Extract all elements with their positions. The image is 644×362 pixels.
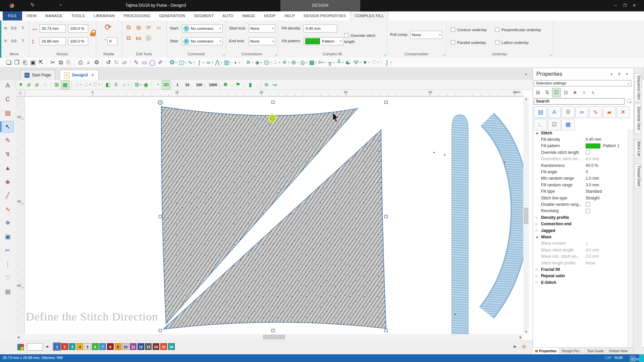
panel-close-icon[interactable]: ✕ bbox=[626, 72, 629, 76]
ellipse-icon[interactable]: ◯ bbox=[148, 58, 156, 67]
needle-chip-12[interactable]: 12 bbox=[138, 343, 144, 350]
speckle-fill-icon[interactable]: ∴ bbox=[271, 58, 279, 67]
screen-tool[interactable]: ▣ bbox=[2, 231, 14, 242]
property-row[interactable]: Overridden stitch len...4.0 mm bbox=[533, 156, 628, 162]
design-canvas[interactable]: -40-50-60 Define the Stitch Direction bbox=[16, 97, 523, 334]
property-row[interactable]: ▷Repeat satin bbox=[533, 273, 628, 279]
sort-az-icon[interactable]: ⇅ bbox=[543, 88, 551, 97]
expand-icon[interactable]: ▷ bbox=[533, 229, 541, 232]
knife-tool[interactable]: ╱ bbox=[2, 190, 14, 201]
maximize-button[interactable]: ❐ bbox=[621, 3, 629, 8]
connection-tab[interactable]: ∞ bbox=[575, 106, 588, 118]
ghost-mode-icon[interactable]: ○ bbox=[41, 80, 49, 89]
shape-tool[interactable]: ❖ bbox=[2, 217, 14, 229]
needle-chip-6[interactable]: 6 bbox=[92, 343, 99, 350]
advance-1-button[interactable]: 1 bbox=[176, 83, 178, 87]
angle-field[interactable]: 0 bbox=[107, 37, 117, 45]
favorites-icon[interactable]: ★ bbox=[571, 88, 579, 97]
open-icon[interactable]: ❐ bbox=[13, 58, 21, 67]
screen-grid-icon[interactable]: ▦ bbox=[61, 80, 69, 89]
property-row[interactable]: Fill random range3.0 mm bbox=[533, 182, 628, 188]
property-row[interactable]: Stitch line typeStraight bbox=[533, 195, 628, 201]
path-tab[interactable]: ∟ bbox=[534, 119, 547, 130]
export-icon[interactable]: ⇱ bbox=[37, 58, 45, 67]
rotate-copy-icon[interactable]: ⟳ bbox=[145, 23, 153, 32]
curve-tool[interactable]: ∿ bbox=[2, 203, 14, 215]
needle-chip-16[interactable]: 16 bbox=[168, 343, 175, 350]
y-spinner[interactable]: ⇅ bbox=[21, 39, 24, 42]
x-value[interactable]: 0.0 bbox=[11, 26, 16, 30]
fill-select-icon[interactable]: ◧ bbox=[104, 80, 112, 89]
fill-settings-tab[interactable]: ▤ bbox=[534, 106, 547, 118]
pull-comp-dropdown[interactable]: None ▾ bbox=[410, 31, 442, 39]
needle-chip-2[interactable]: 2 bbox=[61, 343, 68, 350]
property-row[interactable]: Min random range1.0 mm bbox=[533, 175, 628, 182]
motif-heart-icon[interactable]: ♡ bbox=[370, 58, 378, 67]
advanced-icon[interactable]: ϟ bbox=[589, 88, 597, 97]
spike-wave-icon[interactable]: ⋀ bbox=[213, 58, 221, 67]
filter-icon[interactable]: ▼ bbox=[17, 80, 25, 89]
needle-chip-13[interactable]: 13 bbox=[145, 343, 152, 350]
lattice-icon[interactable]: ◈ bbox=[253, 58, 261, 67]
select-tool[interactable]: ↖ bbox=[2, 121, 14, 132]
property-row[interactable]: ▷Jagged bbox=[533, 227, 628, 234]
property-row[interactable]: Fill angle0 bbox=[533, 169, 628, 175]
needle-chip-4[interactable]: 4 bbox=[76, 343, 83, 350]
property-row[interactable]: Fill patternPattern 1 bbox=[533, 143, 628, 149]
height-field[interactable]: 26.88 mm bbox=[40, 37, 66, 45]
height-percent-field[interactable]: 100.0 % bbox=[68, 37, 88, 45]
minimize-button[interactable]: ─ bbox=[612, 3, 619, 8]
stitch-eye-icon[interactable]: ◉ bbox=[142, 80, 150, 89]
side-tab-thread-chart[interactable]: Thread Chart bbox=[634, 164, 641, 188]
advance-1000-button[interactable]: 1000 bbox=[209, 83, 217, 87]
scroll-right-icon[interactable]: ▶ bbox=[520, 336, 522, 339]
advance-10-button[interactable]: 10 bbox=[185, 83, 189, 87]
property-row[interactable]: ▷Connection end bbox=[533, 221, 628, 227]
column-stitch-icon[interactable]: ◫ bbox=[177, 58, 185, 67]
side-tab-elements-view[interactable]: Elements View bbox=[634, 103, 641, 134]
tab-librarian[interactable]: LIBRARIAN bbox=[89, 11, 119, 20]
scroll-left-icon[interactable]: ◀ bbox=[17, 336, 19, 339]
starburst-icon[interactable]: ✳ bbox=[280, 58, 288, 67]
echo-heart-icon[interactable]: ♥ bbox=[361, 58, 369, 67]
panel-tab-tool-guide[interactable]: Tool Guide bbox=[585, 348, 606, 354]
fill-pattern-dropdown[interactable]: Pattern ▾ bbox=[304, 37, 343, 45]
close-button[interactable]: ✕ bbox=[631, 3, 638, 8]
print-preview-icon[interactable]: ⌕ bbox=[85, 58, 93, 67]
property-row[interactable]: Stitch length profileNone bbox=[533, 260, 628, 266]
needle-chip-9[interactable]: 9 bbox=[115, 343, 121, 350]
tab-complex-fill[interactable]: COMPLEX FILL bbox=[350, 11, 388, 20]
node-edit-tool[interactable]: ✎ bbox=[2, 135, 14, 146]
search-input[interactable]: Search bbox=[534, 98, 625, 105]
process-settings-icon[interactable]: ⚙ bbox=[93, 58, 101, 67]
needle-chip-1[interactable]: 1 bbox=[54, 343, 60, 350]
add-copy-icon[interactable]: ⊞ bbox=[135, 23, 143, 32]
stitch-group-icon[interactable]: ≋ bbox=[262, 80, 270, 89]
grouped-view-icon[interactable]: ⊟ bbox=[562, 88, 570, 97]
satin-tab[interactable]: ∿ bbox=[589, 106, 602, 118]
checked-view-icon[interactable]: ☑ bbox=[552, 88, 561, 97]
tab-file[interactable]: FILE bbox=[3, 11, 22, 20]
reshape-convert-icon[interactable]: ↝ bbox=[270, 80, 278, 89]
expand-icon[interactable]: ▷ bbox=[533, 281, 541, 284]
zigzag-run-icon[interactable]: ∿ bbox=[186, 58, 194, 67]
undo-icon[interactable]: ↺ bbox=[104, 58, 112, 67]
search-icon[interactable] bbox=[627, 99, 631, 103]
satin-tool[interactable]: ▲ bbox=[2, 162, 14, 174]
width-percent-field[interactable]: 100.0 % bbox=[68, 24, 88, 33]
tab-auto[interactable]: AUTO bbox=[218, 11, 238, 20]
tool-settings-tab[interactable]: ⚙ bbox=[561, 106, 575, 118]
needle-chip-11[interactable]: 11 bbox=[130, 343, 137, 350]
monogram-tool[interactable]: C bbox=[2, 94, 14, 105]
tab-help[interactable]: HELP bbox=[280, 11, 299, 20]
tab-overflow-icon[interactable]: ▾ bbox=[525, 72, 527, 76]
s-curve-icon[interactable]: ʃ bbox=[195, 58, 203, 67]
quick-access-bolt-icon[interactable]: ϟ bbox=[31, 2, 34, 8]
ruler-origin-icon[interactable]: ◰ bbox=[16, 90, 25, 97]
property-row[interactable]: ◢Wave bbox=[533, 234, 628, 240]
needle-chip-10[interactable]: 10 bbox=[122, 343, 129, 350]
stamp-tool[interactable]: ▦ bbox=[2, 286, 14, 297]
underlay-checkbox-1[interactable]: Contour underlay bbox=[451, 26, 487, 33]
fan-stitch-icon[interactable]: ❂ bbox=[168, 58, 176, 67]
scissors-tool[interactable]: ✂ bbox=[2, 245, 14, 256]
